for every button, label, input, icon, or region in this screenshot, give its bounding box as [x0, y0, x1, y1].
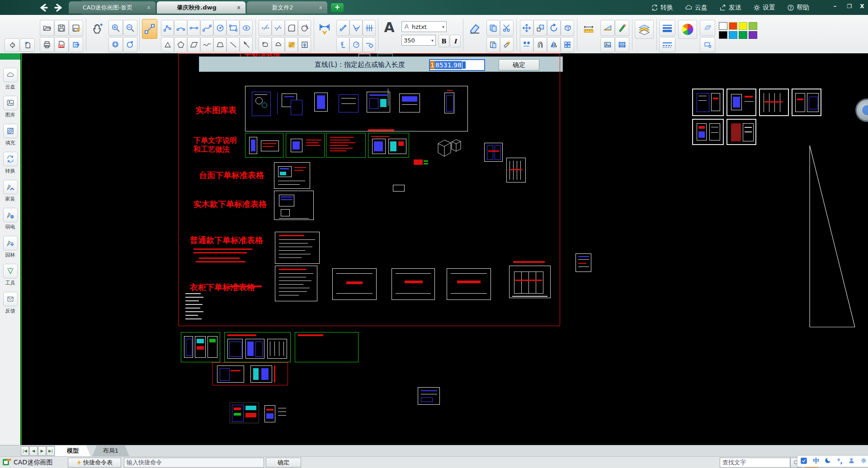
- export-image-button[interactable]: [600, 37, 615, 52]
- cloud-shape-button[interactable]: [272, 37, 285, 52]
- open-button[interactable]: [40, 20, 54, 36]
- layout1-tab[interactable]: 布局1: [92, 445, 129, 456]
- dim-style-button[interactable]: [363, 37, 376, 52]
- pdf-export-button[interactable]: PDF: [54, 37, 69, 52]
- shortcut-commands-button[interactable]: 快捷命令表: [68, 458, 121, 468]
- wave-button[interactable]: [200, 37, 213, 52]
- color-swatch-white[interactable]: [719, 22, 727, 30]
- radius-dim-button[interactable]: [349, 37, 363, 52]
- drawing-canvas[interactable]: 下单标准表格 直线(L)：指定起点或输入长度 18531.98 确定 实木图库表…: [20, 53, 868, 445]
- color-button[interactable]: [678, 20, 697, 39]
- scale-button[interactable]: [533, 20, 547, 36]
- model-tab[interactable]: 模型: [55, 445, 90, 456]
- export-table-button[interactable]: [615, 37, 629, 52]
- convert-menu[interactable]: 转换: [651, 4, 673, 12]
- save-button[interactable]: [54, 20, 69, 36]
- offset-button[interactable]: [533, 37, 547, 52]
- font-select[interactable]: hztxt▾: [401, 21, 447, 32]
- settings-gear-icon[interactable]: [860, 457, 867, 465]
- text-size-select[interactable]: 350▾: [401, 35, 436, 46]
- mark-pencil-button[interactable]: [615, 20, 629, 36]
- tab-newfile[interactable]: 新文件2 x: [247, 1, 327, 14]
- move-button[interactable]: [520, 20, 533, 36]
- line-tool-button[interactable]: [142, 19, 157, 39]
- quick-command-input[interactable]: 输入快捷命令: [124, 458, 264, 468]
- tab-newfile-close-icon[interactable]: x: [317, 5, 324, 11]
- minimize-button[interactable]: –: [828, 2, 842, 11]
- match-properties-button[interactable]: [500, 37, 514, 52]
- color-swatch-green[interactable]: [739, 31, 747, 39]
- ordinate-dim-button[interactable]: [336, 37, 349, 52]
- share-export-button[interactable]: [69, 37, 83, 52]
- bold-button[interactable]: B: [439, 35, 449, 47]
- select-check-icon[interactable]: [800, 457, 807, 466]
- fillet-button[interactable]: [285, 20, 298, 36]
- zoom-window-button[interactable]: [108, 37, 123, 52]
- cloud-menu[interactable]: 云盘: [685, 4, 708, 12]
- triangle-button[interactable]: [161, 37, 174, 52]
- leader-arrow-button[interactable]: [240, 37, 253, 52]
- pan-button[interactable]: [90, 20, 106, 38]
- sidebar-item-low-voltage[interactable]: 弱电: [0, 208, 20, 230]
- cut-button[interactable]: [500, 20, 514, 36]
- layer-button[interactable]: [635, 20, 654, 39]
- tab-home-close-icon[interactable]: x: [146, 5, 152, 11]
- transparency-button[interactable]: [700, 20, 715, 36]
- new-tab-button[interactable]: +: [331, 3, 344, 12]
- prev-sheet-button[interactable]: ◀: [29, 446, 38, 456]
- italic-button[interactable]: I: [450, 35, 461, 47]
- tab-home[interactable]: CAD迷你画图-首页 x: [69, 1, 156, 14]
- linetype-button[interactable]: [659, 37, 675, 52]
- continue-dim-button[interactable]: [363, 20, 376, 36]
- polyline-button[interactable]: [161, 20, 174, 36]
- next-sheet-button[interactable]: ▶: [38, 446, 46, 456]
- trapezoid-button[interactable]: [213, 37, 226, 52]
- group-select-button[interactable]: [700, 37, 715, 52]
- circle-button[interactable]: [213, 20, 226, 36]
- help-menu[interactable]: 帮助: [787, 4, 809, 12]
- last-sheet-button[interactable]: ▶|: [47, 446, 55, 456]
- measure-button[interactable]: [580, 20, 597, 38]
- sidebar-item-convert[interactable]: 转换: [0, 152, 20, 174]
- aligned-dim-button[interactable]: [336, 20, 349, 36]
- print-button[interactable]: [40, 37, 54, 52]
- back-icon[interactable]: [38, 3, 50, 12]
- text-tool-button[interactable]: A: [382, 19, 397, 37]
- trim-button[interactable]: [259, 20, 272, 36]
- array-button[interactable]: [520, 37, 533, 52]
- language-icon[interactable]: 中: [813, 457, 819, 465]
- precision-icon[interactable]: °,: [837, 458, 842, 465]
- user-icon[interactable]: [848, 457, 855, 465]
- sidebar-item-hatch[interactable]: 填充: [0, 124, 20, 146]
- spline-button[interactable]: [200, 20, 213, 36]
- sidebar-item-tools[interactable]: 工具: [0, 264, 20, 286]
- settings-menu[interactable]: 设置: [753, 4, 775, 12]
- paste-button[interactable]: [486, 37, 500, 52]
- ellipse-button[interactable]: [240, 20, 253, 36]
- arc-button[interactable]: [174, 20, 187, 36]
- first-sheet-button[interactable]: |◀: [21, 446, 29, 456]
- send-menu[interactable]: 发送: [719, 4, 741, 12]
- tangent-circle-button[interactable]: [298, 20, 311, 36]
- rotate-button[interactable]: [547, 20, 561, 36]
- zoom-in-button[interactable]: [108, 20, 123, 36]
- tab-drawing-close-icon[interactable]: x: [236, 5, 242, 11]
- sidebar-item-gallery[interactable]: 图库: [0, 96, 20, 118]
- zoom-out-button[interactable]: [123, 20, 137, 36]
- dimension-button[interactable]: [316, 20, 333, 38]
- color-swatch-purple[interactable]: [749, 31, 757, 39]
- lineweight-button[interactable]: [659, 20, 675, 36]
- save-as-button[interactable]: [69, 20, 83, 36]
- hatch-button[interactable]: [285, 37, 298, 52]
- zoom-previous-button[interactable]: [123, 37, 137, 52]
- parallelogram-button[interactable]: [187, 37, 200, 52]
- floating-widget[interactable]: [855, 98, 868, 122]
- mirror-button[interactable]: [547, 37, 561, 52]
- angle-dim-button[interactable]: [349, 20, 363, 36]
- area-measure-button[interactable]: [600, 20, 615, 36]
- sidebar-item-cloud[interactable]: 云盘: [0, 68, 20, 90]
- new-file-button[interactable]: [20, 38, 35, 52]
- restore-button[interactable]: ❐: [843, 2, 856, 11]
- status-ok-button[interactable]: 确定: [266, 458, 301, 468]
- extend-button[interactable]: [272, 20, 285, 36]
